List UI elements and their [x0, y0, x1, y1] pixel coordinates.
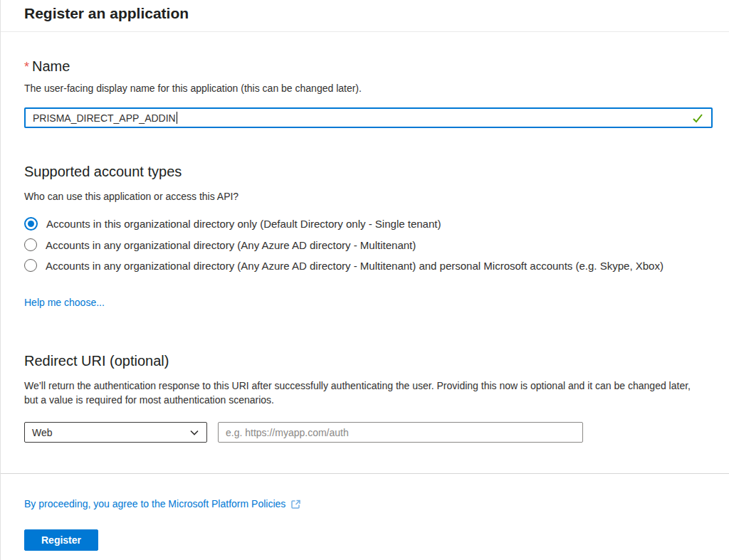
page-header: Register an application [1, 0, 729, 32]
policy-row: By proceeding, you agree to the Microsof… [24, 497, 712, 510]
radio-unselected-icon[interactable] [24, 238, 37, 251]
platform-policies-link-label: By proceeding, you agree to the Microsof… [24, 498, 285, 509]
chevron-down-icon [189, 428, 199, 438]
text-cursor [177, 112, 177, 124]
platform-selected-value: Web [32, 427, 53, 438]
name-section-description: The user-facing display name for this ap… [24, 81, 704, 95]
radio-option-label: Accounts in any organizational directory… [46, 260, 664, 272]
app-name-input[interactable]: PRISMA_DIRECT_APP_ADDIN [24, 107, 713, 128]
radio-option-multitenant-personal[interactable]: Accounts in any organizational directory… [24, 259, 712, 272]
radio-selected-icon[interactable] [24, 217, 38, 231]
redirect-uri-label: Redirect URI (optional) [24, 353, 712, 369]
external-link-icon [290, 498, 302, 509]
radio-unselected-icon[interactable] [24, 259, 37, 272]
form-content: *Name The user-facing display name for t… [1, 58, 729, 551]
register-button[interactable]: Register [24, 529, 98, 551]
name-section-label: Name [32, 58, 70, 74]
redirect-uri-description: We’ll return the authentication response… [24, 379, 704, 407]
radio-option-multitenant[interactable]: Accounts in any organizational directory… [24, 238, 712, 251]
register-application-page: { "page": { "title": "Register an applic… [0, 0, 729, 560]
radio-option-label: Accounts in any organizational directory… [46, 239, 416, 251]
name-section-header: *Name [24, 58, 712, 75]
platform-policies-link[interactable]: By proceeding, you agree to the Microsof… [24, 498, 302, 509]
app-name-value: PRISMA_DIRECT_APP_ADDIN [33, 112, 176, 124]
page-title: Register an application [24, 5, 706, 22]
footer-divider [1, 473, 729, 474]
account-types-question: Who can use this application or access t… [24, 189, 704, 204]
radio-option-label: Accounts in this organizational director… [46, 218, 441, 230]
help-me-choose-link[interactable]: Help me choose... [24, 297, 105, 308]
redirect-uri-input[interactable] [218, 422, 583, 443]
radio-option-single-tenant[interactable]: Accounts in this organizational director… [24, 217, 712, 231]
account-types-section: Supported account types Who can use this… [24, 164, 712, 309]
platform-select-dropdown[interactable]: Web [24, 422, 207, 443]
account-types-label: Supported account types [24, 164, 712, 180]
redirect-uri-row: Web [24, 422, 712, 443]
account-type-radio-group: Accounts in this organizational director… [24, 217, 712, 272]
required-asterisk: * [24, 60, 29, 74]
valid-checkmark-icon [691, 112, 704, 125]
redirect-uri-section: Redirect URI (optional) We’ll return the… [24, 353, 712, 443]
